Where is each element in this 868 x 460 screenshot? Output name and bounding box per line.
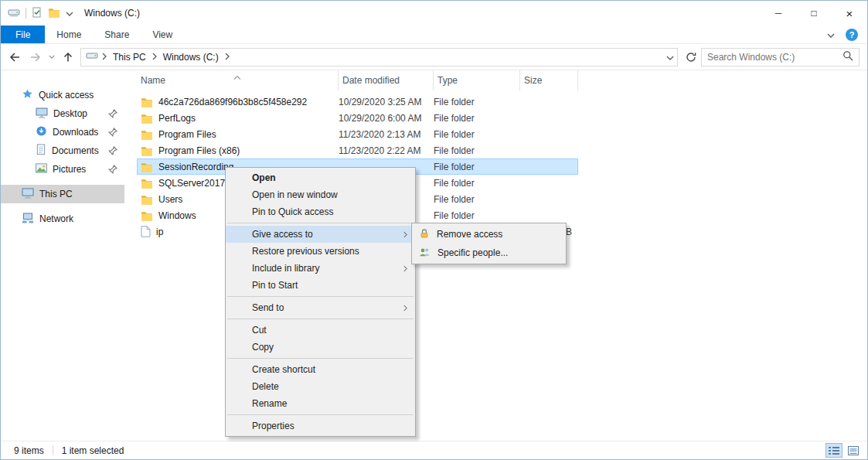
forward-button[interactable] — [25, 46, 46, 67]
breadcrumb-this-pc[interactable]: This PC — [111, 52, 148, 63]
submenu-chevron-icon — [403, 231, 407, 238]
item-count: 9 items — [14, 445, 44, 456]
menu-item-label: Give access to — [252, 229, 313, 240]
submenu-item-label: Remove access — [437, 229, 502, 240]
menu-item-open[interactable]: Open — [226, 169, 415, 186]
tab-share[interactable]: Share — [93, 26, 141, 43]
file-date: 11/23/2020 2:13 AM — [339, 129, 434, 140]
expand-ribbon-chevron-icon[interactable] — [827, 29, 835, 40]
file-type: File folder — [434, 210, 520, 221]
tab-file[interactable]: File — [1, 26, 45, 43]
menu-separator — [227, 358, 414, 359]
sidebar-item-documents[interactable]: Documents — [1, 141, 124, 160]
breadcrumb-chevron-icon[interactable] — [152, 52, 157, 63]
menu-item-delete[interactable]: Delete — [226, 378, 415, 395]
navigation-toolbar: This PC Windows (C:) — [1, 44, 867, 70]
breadcrumb-chevron-icon[interactable] — [102, 52, 107, 63]
address-bar[interactable]: This PC Windows (C:) — [80, 48, 678, 66]
menu-item-pin-to-quick-access[interactable]: Pin to Quick access — [226, 203, 415, 220]
folder-icon — [141, 178, 153, 189]
file-name: SessionRecording — [158, 162, 233, 172]
sidebar-item-quick-access[interactable]: Quick access — [1, 86, 124, 104]
column-header-type[interactable]: Type — [434, 70, 520, 90]
properties-icon[interactable] — [32, 7, 43, 20]
people-icon — [419, 247, 431, 260]
menu-separator — [227, 414, 414, 415]
menu-item-restore-previous-versions[interactable]: Restore previous versions — [226, 243, 415, 260]
window-title: Windows (C:) — [84, 8, 140, 19]
pictures-icon — [36, 163, 47, 175]
menu-item-copy[interactable]: Copy — [226, 339, 415, 356]
qat-customize-chevron-icon[interactable] — [66, 8, 73, 19]
tab-home[interactable]: Home — [45, 26, 93, 43]
menu-separator — [227, 296, 414, 297]
back-button[interactable] — [4, 46, 25, 67]
thumbnails-view-button[interactable] — [845, 443, 862, 458]
menu-item-properties[interactable]: Properties — [226, 417, 415, 434]
status-divider — [53, 445, 53, 455]
menu-item-label: Include in library — [252, 263, 319, 274]
breadcrumb-windows-c[interactable]: Windows (C:) — [161, 52, 221, 63]
close-button[interactable]: × — [832, 1, 867, 26]
pin-icon — [108, 128, 117, 137]
drive-icon — [8, 6, 20, 21]
sidebar-item-label: Desktop — [53, 108, 87, 119]
file-row[interactable]: PerfLogs 10/29/2020 6:00 AM File folder — [137, 110, 578, 126]
file-type: File folder — [434, 113, 520, 124]
downloads-icon — [36, 125, 47, 139]
breadcrumb-chevron-icon[interactable] — [225, 52, 230, 63]
pin-icon — [108, 109, 117, 118]
navigation-pane: Quick access Desktop Downloads Documents — [1, 70, 124, 441]
column-header-size[interactable]: Size — [520, 70, 578, 90]
details-view-button[interactable] — [825, 443, 842, 458]
submenu-item-specific-people[interactable]: Specific people... — [412, 244, 566, 262]
minimize-button[interactable]: ─ — [761, 1, 796, 26]
sidebar-item-label: Documents — [52, 145, 99, 156]
address-dropdown-chevron-icon[interactable] — [666, 52, 674, 63]
sidebar-item-pictures[interactable]: Pictures — [1, 160, 124, 179]
menu-item-open-in-new-window[interactable]: Open in new window — [226, 186, 415, 203]
maximize-button[interactable]: □ — [796, 1, 832, 26]
menu-item-give-access-to[interactable]: Give access to — [226, 226, 415, 243]
up-button[interactable] — [57, 46, 78, 67]
submenu-item-remove-access[interactable]: Remove access — [412, 225, 566, 244]
file-name: Windows — [158, 210, 196, 221]
tab-view[interactable]: View — [141, 26, 184, 43]
refresh-button[interactable] — [680, 46, 701, 67]
sidebar-item-downloads[interactable]: Downloads — [1, 123, 124, 141]
menu-item-include-in-library[interactable]: Include in library — [226, 260, 415, 277]
quick-access-star-icon — [22, 88, 33, 102]
menu-item-send-to[interactable]: Send to — [226, 299, 415, 316]
lock-icon — [419, 228, 430, 241]
menu-separator — [227, 223, 414, 223]
search-input[interactable] — [707, 52, 839, 63]
folder-icon — [141, 97, 153, 107]
menu-item-rename[interactable]: Rename — [226, 395, 415, 412]
status-bar: 9 items 1 item selected — [1, 441, 867, 459]
search-box — [701, 48, 859, 66]
file-name: PerfLogs — [158, 113, 196, 124]
menu-item-create-shortcut[interactable]: Create shortcut — [226, 361, 415, 378]
folder-icon — [141, 129, 153, 140]
sidebar-item-desktop[interactable]: Desktop — [1, 104, 124, 123]
file-name: Program Files — [158, 129, 216, 140]
file-row[interactable]: Program Files (x86) 11/23/2020 2:22 AM F… — [137, 142, 578, 158]
menu-item-pin-to-start[interactable]: Pin to Start — [226, 277, 415, 294]
file-row[interactable]: 46c2a726da869f96b3b8c5f458e292 10/29/202… — [137, 94, 578, 110]
column-header-date-modified[interactable]: Date modified — [339, 70, 434, 90]
sidebar-item-this-pc[interactable]: This PC — [1, 185, 124, 203]
menu-item-cut[interactable]: Cut — [226, 322, 415, 339]
sidebar-item-network[interactable]: Network — [1, 210, 124, 228]
quick-access-toolbar — [1, 6, 73, 21]
documents-icon — [36, 144, 46, 158]
search-icon[interactable] — [842, 50, 853, 63]
file-row[interactable]: Program Files 11/23/2020 2:13 AM File fo… — [137, 126, 578, 142]
submenu-chevron-icon — [403, 305, 407, 312]
give-access-submenu: Remove access Specific people... — [411, 223, 567, 264]
selection-count: 1 item selected — [62, 445, 124, 456]
sort-ascending-icon[interactable] — [233, 71, 241, 82]
help-icon[interactable]: ? — [846, 29, 858, 41]
folder-icon — [141, 194, 153, 205]
recent-locations-chevron-icon[interactable] — [46, 46, 57, 67]
new-folder-icon[interactable] — [48, 7, 60, 20]
